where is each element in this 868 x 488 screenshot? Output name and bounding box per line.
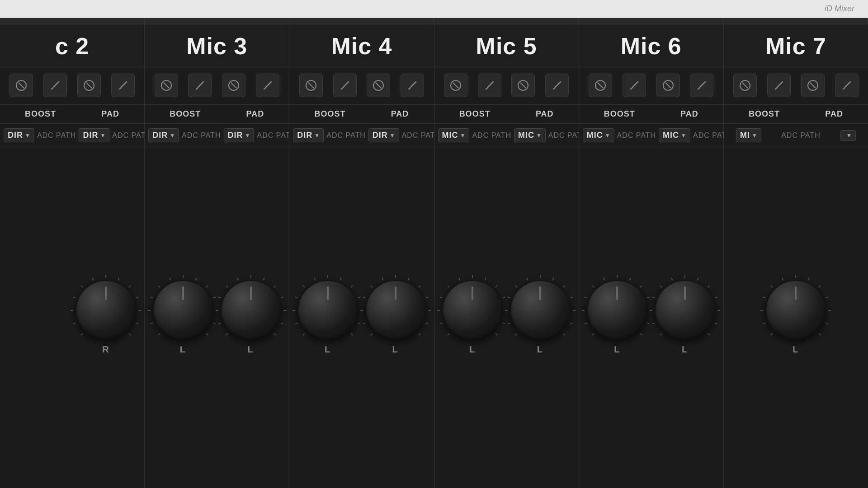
right-phase-btn-ch5[interactable]	[511, 74, 535, 97]
path-row-ch6: MIC▼ADC PATHMIC▼ADC PATH	[579, 124, 723, 147]
svg-line-68	[371, 285, 373, 287]
right-dropdown-ch4[interactable]: DIR▼	[368, 128, 399, 142]
left-ch5-knob-label: L	[469, 344, 476, 355]
right-phase-btn-ch4[interactable]	[367, 74, 390, 97]
knob-section-ch5: LL	[434, 147, 579, 488]
svg-line-48	[308, 83, 314, 88]
boost-row-ch3: BOOSTPAD	[145, 105, 289, 124]
svg-line-129	[671, 277, 672, 280]
boost-row-ch5: BOOSTPAD	[434, 105, 579, 124]
right-ch2-knob-outer[interactable]	[76, 281, 135, 340]
left-ch7-knob-label: L	[793, 344, 799, 355]
left-phase-btn-ch2[interactable]	[9, 74, 33, 97]
svg-line-135	[715, 323, 718, 324]
controls-row-ch6	[579, 66, 723, 105]
right-ch6-knob[interactable]	[656, 281, 714, 340]
svg-line-97	[508, 297, 510, 298]
left-ch3-knob[interactable]	[154, 281, 212, 340]
svg-line-124	[660, 333, 662, 335]
right-hpf-btn-ch4[interactable]	[401, 74, 424, 97]
left-hpf-btn-ch5[interactable]	[478, 74, 501, 97]
hpf-symbol-svg	[406, 79, 419, 92]
right-dropdown-ch3[interactable]: DIR▼	[224, 128, 255, 142]
right-hpf-btn-ch2[interactable]	[111, 74, 135, 97]
left-dropdown-ch3[interactable]: DIR▼	[148, 128, 179, 142]
right-hpf-btn-ch3[interactable]	[256, 74, 279, 97]
left-ch6-knob-outer[interactable]	[588, 281, 646, 340]
left-phase-btn-ch7[interactable]	[733, 74, 757, 97]
svg-line-95	[508, 323, 510, 324]
hpf-symbol-svg	[483, 79, 496, 92]
phase-symbol-svg	[305, 79, 317, 92]
right-ch6-knob-outer[interactable]	[656, 281, 714, 340]
left-hpf-btn-ch6[interactable]	[623, 74, 646, 97]
right-dropdown-arrow-ch3: ▼	[245, 132, 250, 139]
right-ch6-knob-indicator	[684, 286, 686, 300]
left-phase-btn-ch6[interactable]	[589, 74, 612, 97]
svg-line-123	[640, 333, 642, 335]
left-path-label-ch5: ADC PATH	[472, 131, 511, 140]
svg-line-24	[151, 297, 153, 298]
left-phase-btn-ch5[interactable]	[444, 74, 467, 97]
left-dropdown-ch4[interactable]: DIR▼	[293, 128, 324, 142]
svg-line-120	[647, 297, 650, 298]
left-hpf-btn-ch4[interactable]	[333, 74, 357, 97]
svg-line-12	[129, 285, 131, 287]
left-ch4-knob-outer[interactable]	[298, 281, 357, 340]
left-hpf-btn-ch7[interactable]	[767, 74, 791, 97]
right-phase-btn-ch3[interactable]	[222, 74, 245, 97]
left-ch5-knob[interactable]	[443, 281, 502, 340]
left-ch7-knob[interactable]	[766, 281, 825, 340]
left-dropdown-ch7[interactable]: MI▼	[736, 128, 761, 142]
svg-line-28	[196, 277, 197, 280]
svg-line-73	[425, 297, 428, 298]
right-phase-btn-ch6[interactable]	[656, 74, 680, 97]
pad-right-ch7: PAD	[825, 109, 843, 119]
hpf-symbol-svg	[261, 79, 274, 92]
right-ch2-knob-label: R	[102, 344, 109, 355]
phase-symbol-svg	[160, 79, 173, 92]
svg-line-67	[363, 297, 366, 298]
svg-line-99	[527, 277, 528, 280]
left-dropdown-ch6[interactable]: MIC▼	[583, 128, 614, 142]
left-phase-btn-ch4[interactable]	[299, 74, 323, 97]
left-ch3-knob-outer[interactable]	[154, 281, 212, 340]
hpf-symbol-svg	[695, 79, 708, 92]
right-dropdown-ch6[interactable]: MIC▼	[659, 128, 690, 142]
boost-left-ch4: BOOST	[314, 109, 345, 119]
right-hpf-btn-ch5[interactable]	[545, 74, 569, 97]
right-phase-btn-ch7[interactable]	[801, 74, 825, 97]
left-hpf-btn-ch3[interactable]	[188, 74, 212, 97]
left-hpf-btn-ch2[interactable]	[43, 74, 67, 97]
right-dropdown-ch7[interactable]: ▼	[840, 130, 856, 141]
left-dropdown-ch2[interactable]: DIR▼	[4, 128, 34, 142]
svg-line-52	[295, 323, 298, 324]
left-ch6-knob-indicator	[616, 286, 618, 300]
right-phase-btn-ch2[interactable]	[77, 74, 101, 97]
svg-line-26	[170, 277, 170, 280]
left-ch4-knob[interactable]	[298, 281, 357, 340]
right-dropdown-ch2[interactable]: DIR▼	[79, 128, 109, 142]
right-ch2-knob[interactable]	[76, 281, 135, 340]
left-ch6-knob[interactable]	[588, 281, 646, 340]
left-phase-btn-ch3[interactable]	[155, 74, 178, 97]
right-ch3-knob-outer[interactable]	[222, 281, 280, 340]
pad-right-ch3: PAD	[246, 109, 264, 119]
right-ch4-knob[interactable]	[366, 281, 425, 340]
right-ch4-knob-outer[interactable]	[366, 281, 425, 340]
knob-pair-ch2: R	[0, 281, 144, 355]
right-ch5-knob-outer[interactable]	[511, 281, 570, 340]
right-ch5-knob[interactable]	[511, 281, 570, 340]
phase-symbol-svg	[227, 79, 240, 92]
right-ch3-knob[interactable]	[222, 281, 280, 340]
right-hpf-btn-ch6[interactable]	[690, 74, 713, 97]
right-hpf-btn-ch7[interactable]	[835, 74, 859, 97]
svg-line-90	[503, 297, 505, 298]
knob-container-left-ch5: L	[443, 281, 502, 355]
left-ch7-knob-outer[interactable]	[766, 281, 825, 340]
left-dropdown-ch5[interactable]: MIC▼	[438, 128, 470, 142]
left-ch5-knob-outer[interactable]	[443, 281, 502, 340]
svg-line-102	[563, 285, 565, 287]
right-dropdown-arrow-ch6: ▼	[681, 132, 686, 139]
right-dropdown-ch5[interactable]: MIC▼	[514, 128, 546, 142]
